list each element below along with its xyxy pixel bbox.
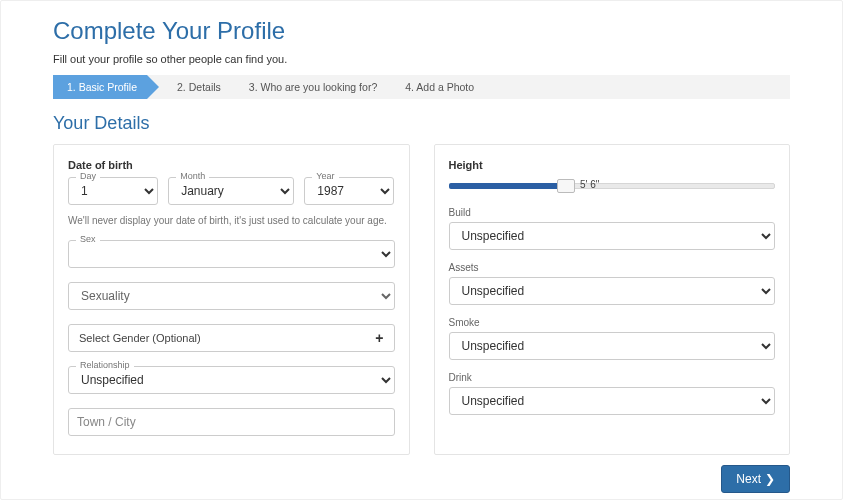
plus-icon: + xyxy=(375,330,383,346)
dob-month-select[interactable]: January xyxy=(168,177,294,205)
details-card-left: Date of birth Day 1 Month January Year xyxy=(53,144,410,455)
page-subtitle: Fill out your profile so other people ca… xyxy=(53,53,790,65)
day-label: Day xyxy=(76,171,100,181)
dob-note: We'll never display your date of birth, … xyxy=(68,215,395,226)
dob-day-select[interactable]: 1 xyxy=(68,177,158,205)
details-card-right: Height 5' 6" Build Unspecified Assets Un… xyxy=(434,144,791,455)
smoke-label: Smoke xyxy=(449,317,776,328)
gender-label: Select Gender (Optional) xyxy=(79,332,201,344)
next-button-label: Next xyxy=(736,472,761,486)
relationship-label: Relationship xyxy=(76,360,134,370)
sex-select[interactable] xyxy=(68,240,395,268)
slider-fill xyxy=(449,183,567,189)
relationship-select[interactable]: Unspecified xyxy=(68,366,395,394)
smoke-select[interactable]: Unspecified xyxy=(449,332,776,360)
page-title: Complete Your Profile xyxy=(53,17,790,45)
wizard-step-details[interactable]: 2. Details xyxy=(147,75,235,99)
sexuality-select[interactable]: Sexuality xyxy=(68,282,395,310)
dob-label: Date of birth xyxy=(68,159,395,171)
gender-expand-row[interactable]: Select Gender (Optional) + xyxy=(68,324,395,352)
height-value: 5' 6" xyxy=(580,179,599,190)
chevron-right-icon: ❯ xyxy=(765,472,775,486)
build-select[interactable]: Unspecified xyxy=(449,222,776,250)
drink-label: Drink xyxy=(449,372,776,383)
section-title: Your Details xyxy=(53,113,790,134)
drink-select[interactable]: Unspecified xyxy=(449,387,776,415)
year-label: Year xyxy=(312,171,338,181)
wizard-step-basic-profile[interactable]: 1. Basic Profile xyxy=(53,75,147,99)
assets-select[interactable]: Unspecified xyxy=(449,277,776,305)
next-button[interactable]: Next ❯ xyxy=(721,465,790,493)
town-input[interactable] xyxy=(68,408,395,436)
wizard-step-add-photo[interactable]: 4. Add a Photo xyxy=(391,75,488,99)
height-label: Height xyxy=(449,159,776,171)
assets-label: Assets xyxy=(449,262,776,273)
slider-thumb[interactable] xyxy=(557,179,575,193)
wizard-step-looking-for[interactable]: 3. Who are you looking for? xyxy=(235,75,391,99)
month-label: Month xyxy=(176,171,209,181)
build-label: Build xyxy=(449,207,776,218)
wizard-steps: 1. Basic Profile 2. Details 3. Who are y… xyxy=(53,75,790,99)
sex-label: Sex xyxy=(76,234,100,244)
dob-year-select[interactable]: 1987 xyxy=(304,177,394,205)
height-slider[interactable]: 5' 6" xyxy=(449,177,776,195)
